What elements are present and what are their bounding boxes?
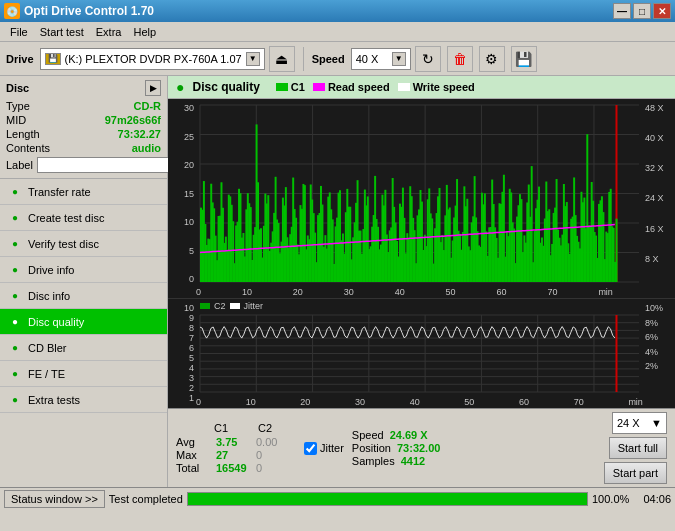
stats-headers: C1 C2 bbox=[176, 422, 296, 434]
chart-header: ● Disc quality C1 Read speed Write speed bbox=[168, 76, 675, 99]
sidebar-item-label-disc-info: Disc info bbox=[28, 290, 70, 302]
menu-help[interactable]: Help bbox=[127, 24, 162, 40]
mid-value: 97m26s66f bbox=[105, 114, 161, 126]
extra-tests-icon: ● bbox=[8, 393, 22, 407]
bottom-chart-y-axis-right: 10% 8% 6% 4% 2% bbox=[643, 299, 675, 408]
drive-info-icon: ● bbox=[8, 263, 22, 277]
y-20: 20 bbox=[170, 160, 194, 170]
main-content: Disc ▶ Type CD-R MID 97m26s66f Length 73… bbox=[0, 76, 675, 487]
verify-test-disc-icon: ● bbox=[8, 237, 22, 251]
type-label: Type bbox=[6, 100, 30, 112]
total-label: Total bbox=[176, 462, 212, 474]
contents-label: Contents bbox=[6, 142, 50, 154]
window-title: Opti Drive Control 1.70 bbox=[24, 4, 154, 18]
label-input[interactable] bbox=[37, 157, 181, 173]
max-c1: 27 bbox=[216, 449, 252, 461]
y-15: 15 bbox=[170, 189, 194, 199]
create-test-disc-icon: ● bbox=[8, 211, 22, 225]
sidebar-item-label-verify-test-disc: Verify test disc bbox=[28, 238, 99, 250]
sidebar-item-create-test-disc[interactable]: ● Create test disc bbox=[0, 205, 167, 231]
top-chart-y-axis-right: 48 X 40 X 32 X 24 X 16 X 8 X bbox=[643, 99, 675, 298]
legend-write-speed: Write speed bbox=[398, 81, 475, 93]
status-window-button[interactable]: Status window >> bbox=[4, 490, 105, 508]
speed-dropdown-arrow[interactable]: ▼ bbox=[392, 52, 406, 66]
sidebar-item-label-cd-bler: CD Bler bbox=[28, 342, 67, 354]
close-button[interactable]: ✕ bbox=[653, 3, 671, 19]
legend-write-speed-color bbox=[398, 83, 410, 91]
status-text: Test completed bbox=[109, 493, 183, 505]
menu-bar: File Start test Extra Help bbox=[0, 22, 675, 42]
stats-c1c2: C1 C2 Avg 3.75 0.00 Max 27 0 Total 16549… bbox=[176, 422, 296, 474]
avg-c1: 3.75 bbox=[216, 436, 252, 448]
sidebar-item-transfer-rate[interactable]: ● Transfer rate bbox=[0, 179, 167, 205]
chart-title: Disc quality bbox=[192, 80, 259, 94]
top-chart-area: 0 10 20 30 40 50 60 70 min bbox=[196, 99, 643, 298]
type-value: CD-R bbox=[134, 100, 162, 112]
length-label: Length bbox=[6, 128, 40, 140]
speed-dropdown[interactable]: 40 X ▼ bbox=[351, 48, 411, 70]
bottom-chart-legend: C2 Jitter bbox=[200, 301, 263, 311]
minimize-button[interactable]: — bbox=[613, 3, 631, 19]
sidebar-menu: ● Transfer rate ● Create test disc ● Ver… bbox=[0, 179, 167, 413]
speed-label: Speed bbox=[312, 53, 345, 65]
top-chart-canvas bbox=[196, 99, 643, 298]
speed-row: Speed 24.69 X bbox=[352, 429, 441, 441]
max-label: Max bbox=[176, 449, 212, 461]
speed-stat-value: 24.69 X bbox=[390, 429, 428, 441]
drive-dropdown[interactable]: 💾 (K:) PLEXTOR DVDR PX-760A 1.07 ▼ bbox=[40, 48, 265, 70]
speed-box-arrow: ▼ bbox=[651, 417, 662, 429]
position-label: Position bbox=[352, 442, 391, 454]
refresh-button[interactable]: ↻ bbox=[415, 46, 441, 72]
transfer-rate-icon: ● bbox=[8, 185, 22, 199]
start-full-button[interactable]: Start full bbox=[609, 437, 667, 459]
c2-legend-color bbox=[200, 303, 210, 309]
chart-header-icon: ● bbox=[176, 79, 184, 95]
progress-bar bbox=[187, 492, 588, 506]
eject-button[interactable]: ⏏ bbox=[269, 46, 295, 72]
start-part-button[interactable]: Start part bbox=[604, 462, 667, 484]
y-0: 0 bbox=[170, 274, 194, 284]
sidebar-item-label-disc-quality: Disc quality bbox=[28, 316, 84, 328]
stats-right-col: Speed 24.69 X Position 73:32.00 Samples … bbox=[352, 429, 441, 467]
speed-value: 40 X bbox=[356, 53, 379, 65]
sidebar-item-disc-quality[interactable]: ● Disc quality bbox=[0, 309, 167, 335]
save-button[interactable]: 💾 bbox=[511, 46, 537, 72]
title-bar: 💿 Opti Drive Control 1.70 — □ ✕ bbox=[0, 0, 675, 22]
legend-c1: C1 bbox=[276, 81, 305, 93]
right-controls: 24 X ▼ Start full Start part bbox=[604, 412, 667, 484]
separator-1 bbox=[303, 47, 304, 71]
drive-dropdown-arrow[interactable]: ▼ bbox=[246, 52, 260, 66]
toolbar: Drive 💾 (K:) PLEXTOR DVDR PX-760A 1.07 ▼… bbox=[0, 42, 675, 76]
sidebar-item-fe-te[interactable]: ● FE / TE bbox=[0, 361, 167, 387]
progress-percent: 100.0% bbox=[592, 493, 632, 505]
menu-file[interactable]: File bbox=[4, 24, 34, 40]
avg-c2: 0.00 bbox=[256, 436, 286, 448]
sidebar-item-label-drive-info: Drive info bbox=[28, 264, 74, 276]
sidebar-item-verify-test-disc[interactable]: ● Verify test disc bbox=[0, 231, 167, 257]
label-label: Label bbox=[6, 159, 33, 171]
y-10: 10 bbox=[170, 217, 194, 227]
speed-box-row: 24 X ▼ bbox=[612, 412, 667, 434]
jitter-checkbox-label: Jitter bbox=[320, 442, 344, 454]
bottom-chart-container: 10 9 8 7 6 5 4 3 2 1 C2 Jitter bbox=[168, 298, 675, 408]
maximize-button[interactable]: □ bbox=[633, 3, 651, 19]
sidebar-item-label-transfer-rate: Transfer rate bbox=[28, 186, 91, 198]
drive-value: (K:) PLEXTOR DVDR PX-760A 1.07 bbox=[65, 53, 242, 65]
menu-extra[interactable]: Extra bbox=[90, 24, 128, 40]
sidebar-item-cd-bler[interactable]: ● CD Bler bbox=[0, 335, 167, 361]
avg-label: Avg bbox=[176, 436, 212, 448]
settings-button[interactable]: ⚙ bbox=[479, 46, 505, 72]
jitter-checkbox[interactable] bbox=[304, 442, 317, 455]
sidebar-item-disc-info[interactable]: ● Disc info bbox=[0, 283, 167, 309]
erase-button[interactable]: 🗑 bbox=[447, 46, 473, 72]
sidebar-item-extra-tests[interactable]: ● Extra tests bbox=[0, 387, 167, 413]
legend-read-speed-label: Read speed bbox=[328, 81, 390, 93]
sidebar-item-drive-info[interactable]: ● Drive info bbox=[0, 257, 167, 283]
disc-header: Disc bbox=[6, 82, 29, 94]
speed-box[interactable]: 24 X ▼ bbox=[612, 412, 667, 434]
sidebar-item-label-extra-tests: Extra tests bbox=[28, 394, 80, 406]
menu-start-test[interactable]: Start test bbox=[34, 24, 90, 40]
stat-c1-header: C1 bbox=[214, 422, 228, 434]
disc-info-expand-btn[interactable]: ▶ bbox=[145, 80, 161, 96]
sidebar-item-label-fe-te: FE / TE bbox=[28, 368, 65, 380]
